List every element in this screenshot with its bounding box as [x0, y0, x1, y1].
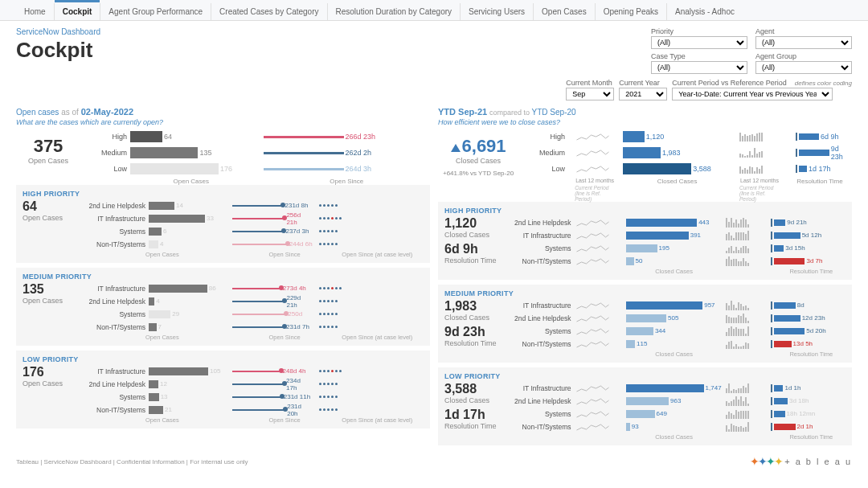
sparkline[interactable]: [575, 314, 611, 323]
closed-cases-bar[interactable]: [623, 147, 661, 158]
mini-histogram[interactable]: [739, 148, 763, 158]
sparkline[interactable]: [575, 339, 611, 349]
tab-cockpit[interactable]: Cockpit: [55, 3, 101, 20]
case-level-dots[interactable]: [319, 243, 338, 245]
open-cases-minibar[interactable]: [149, 406, 163, 414]
open-since-line[interactable]: [232, 314, 286, 315]
open-cases-minibar[interactable]: [149, 285, 207, 293]
closed-cases-minibar[interactable]: [626, 327, 653, 335]
sparkline[interactable]: [575, 256, 611, 266]
open-since-line[interactable]: [232, 218, 285, 219]
tab-opening-peaks[interactable]: Opening Peaks: [596, 3, 667, 20]
mini-histogram[interactable]: [726, 244, 749, 253]
case-level-dots[interactable]: [319, 383, 338, 385]
mini-histogram[interactable]: [726, 396, 749, 406]
tab-open-cases[interactable]: Open Cases: [534, 3, 596, 20]
open-since-line[interactable]: [232, 244, 288, 245]
mini-histogram[interactable]: [726, 231, 749, 240]
open-cases-minibar[interactable]: [149, 393, 159, 401]
tab-analysis-adhoc[interactable]: Analysis - Adhoc: [667, 3, 743, 20]
resolution-time-bar[interactable]: [788, 133, 797, 141]
resolution-time-minibar[interactable]: [774, 232, 800, 239]
resolution-time-minibar[interactable]: [774, 424, 796, 430]
case-level-dots[interactable]: [319, 230, 338, 232]
sparkline[interactable]: [575, 164, 611, 174]
tab-created-cases-by-category[interactable]: Created Cases by Category: [211, 3, 327, 20]
open-cases-minibar[interactable]: [149, 297, 154, 306]
open-since-line[interactable]: [232, 409, 285, 411]
closed-cases-minibar[interactable]: [626, 314, 667, 322]
open-since-line[interactable]: [232, 231, 284, 232]
resolution-time-minibar[interactable]: [774, 245, 784, 252]
resolution-time-minibar[interactable]: [774, 385, 784, 392]
closed-cases-bar[interactable]: [623, 163, 691, 174]
tab-home[interactable]: Home: [16, 3, 55, 20]
mini-histogram[interactable]: [726, 422, 749, 432]
open-since-line[interactable]: [232, 383, 285, 385]
mini-histogram[interactable]: [726, 339, 749, 349]
case-level-dots[interactable]: [319, 204, 338, 207]
open-since-line[interactable]: [232, 301, 285, 302]
case-level-dots[interactable]: [319, 287, 342, 289]
sparkline[interactable]: [575, 409, 611, 419]
mini-histogram[interactable]: [726, 326, 749, 336]
open-since-line[interactable]: [232, 371, 281, 372]
closed-cases-minibar[interactable]: [626, 232, 689, 240]
closed-cases-minibar[interactable]: [626, 397, 669, 405]
resolution-time-minibar[interactable]: [774, 258, 805, 265]
sparkline[interactable]: [575, 301, 611, 310]
mini-histogram[interactable]: [726, 218, 749, 228]
resolution-time-minibar[interactable]: [774, 328, 805, 334]
mini-histogram[interactable]: [726, 256, 749, 266]
tab-agent-group-performance[interactable]: Agent Group Performance: [100, 3, 211, 20]
resolution-time-minibar[interactable]: [774, 315, 800, 322]
tab-servicing-users[interactable]: Servicing Users: [461, 3, 534, 20]
open-since-bar[interactable]: [264, 152, 344, 154]
sparkline[interactable]: [575, 422, 611, 432]
resolution-time-minibar[interactable]: [774, 398, 788, 404]
sparkline[interactable]: [575, 326, 611, 336]
open-cases-minibar[interactable]: [149, 202, 174, 210]
sparkline[interactable]: [575, 383, 611, 393]
open-cases-bar[interactable]: [130, 163, 219, 174]
open-cases-minibar[interactable]: [149, 215, 205, 223]
open-cases-bar[interactable]: [130, 131, 162, 142]
sparkline[interactable]: [575, 218, 611, 228]
resolution-time-minibar[interactable]: [774, 341, 792, 347]
sparkline[interactable]: [575, 132, 611, 141]
resolution-time-minibar[interactable]: [774, 219, 786, 226]
open-since-bar[interactable]: [264, 168, 344, 170]
open-cases-minibar[interactable]: [149, 323, 157, 331]
sparkline[interactable]: [575, 244, 611, 253]
resolution-time-minibar[interactable]: [774, 411, 785, 417]
mini-histogram[interactable]: [739, 164, 763, 174]
closed-cases-minibar[interactable]: [626, 340, 636, 348]
case-level-dots[interactable]: [319, 313, 338, 315]
open-cases-bar[interactable]: [130, 147, 198, 158]
breadcrumb[interactable]: ServiceNow Dashboard: [16, 27, 651, 36]
case-level-dots[interactable]: [319, 408, 338, 411]
case-level-dots[interactable]: [319, 326, 338, 328]
open-cases-minibar[interactable]: [149, 310, 170, 318]
open-since-bar[interactable]: [264, 136, 344, 138]
filter-group-select[interactable]: (All): [755, 61, 852, 74]
closed-cases-bar[interactable]: [623, 131, 645, 142]
sparkline[interactable]: [575, 231, 611, 240]
open-cases-minibar[interactable]: [149, 380, 158, 388]
tab-resolution-duration-by-category[interactable]: Resolution Duration by Category: [328, 3, 461, 20]
resolution-time-minibar[interactable]: [774, 302, 796, 309]
case-level-dots[interactable]: [319, 217, 342, 219]
open-since-line[interactable]: [232, 205, 283, 207]
mini-histogram[interactable]: [726, 383, 749, 393]
closed-cases-minibar[interactable]: [626, 257, 634, 265]
filter-priority-select[interactable]: (All): [651, 36, 747, 49]
case-level-dots[interactable]: [319, 370, 342, 372]
period-month-select[interactable]: Sep: [566, 88, 614, 100]
mini-histogram[interactable]: [739, 132, 763, 141]
closed-cases-minibar[interactable]: [626, 301, 703, 310]
closed-cases-minibar[interactable]: [626, 384, 704, 392]
case-level-dots[interactable]: [319, 300, 338, 302]
closed-cases-minibar[interactable]: [626, 244, 657, 252]
closed-cases-minibar[interactable]: [626, 410, 655, 418]
closed-cases-minibar[interactable]: [626, 219, 698, 227]
